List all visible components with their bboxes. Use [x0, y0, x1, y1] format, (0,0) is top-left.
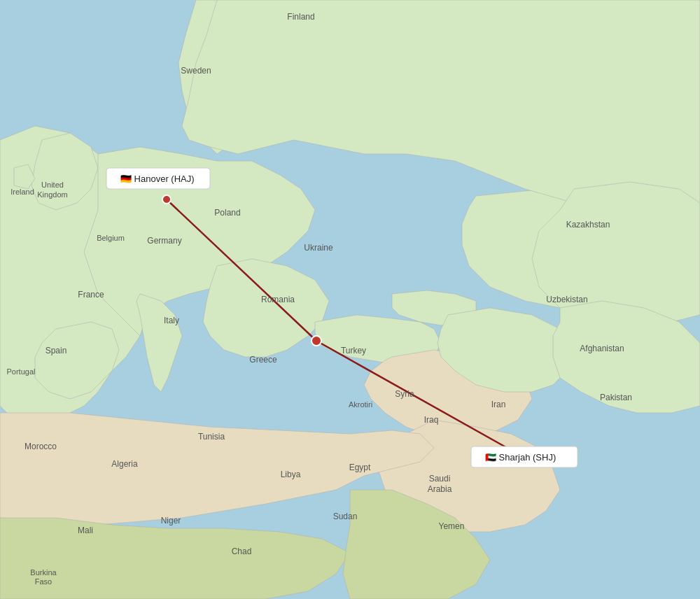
svg-text:Portugal: Portugal	[7, 367, 36, 376]
svg-point-25	[162, 195, 171, 204]
svg-text:Kazakhstan: Kazakhstan	[566, 220, 610, 230]
svg-text:🇩🇪 Hanover (HAJ): 🇩🇪 Hanover (HAJ)	[120, 173, 195, 185]
svg-text:Iran: Iran	[491, 400, 506, 409]
svg-text:Iraq: Iraq	[424, 415, 439, 425]
svg-text:Germany: Germany	[147, 236, 181, 246]
svg-text:Afghanistan: Afghanistan	[580, 344, 624, 353]
svg-text:Poland: Poland	[214, 208, 240, 218]
svg-text:United: United	[41, 181, 64, 189]
svg-text:Burkina: Burkina	[30, 568, 57, 577]
svg-point-24	[312, 336, 321, 346]
svg-text:Arabia: Arabia	[428, 484, 452, 494]
svg-text:Romania: Romania	[261, 295, 295, 304]
svg-text:Algeria: Algeria	[111, 459, 138, 469]
svg-text:🇦🇪 Sharjah (SHJ): 🇦🇪 Sharjah (SHJ)	[485, 451, 556, 463]
svg-text:Saudi: Saudi	[429, 474, 451, 484]
svg-text:France: France	[78, 290, 104, 300]
svg-text:Belgium: Belgium	[97, 234, 125, 242]
map-container: Finland Sweden United Kingdom Ireland Be…	[0, 0, 700, 599]
svg-text:Chad: Chad	[232, 547, 252, 556]
svg-text:Morocco: Morocco	[24, 442, 57, 451]
svg-text:Ukraine: Ukraine	[304, 243, 333, 253]
svg-text:Tunisia: Tunisia	[198, 432, 225, 442]
svg-text:Greece: Greece	[249, 355, 277, 365]
svg-text:Faso: Faso	[35, 577, 52, 586]
svg-text:Egypt: Egypt	[349, 463, 371, 472]
svg-text:Uzbekistan: Uzbekistan	[546, 295, 587, 304]
svg-text:Yemen: Yemen	[439, 521, 465, 531]
svg-text:Mali: Mali	[78, 526, 93, 535]
svg-text:Sudan: Sudan	[333, 512, 358, 521]
svg-text:Pakistan: Pakistan	[600, 393, 632, 402]
svg-text:Syria: Syria	[395, 389, 414, 399]
svg-text:Sweden: Sweden	[181, 66, 211, 76]
svg-text:Libya: Libya	[281, 470, 301, 479]
svg-text:Niger: Niger	[161, 516, 181, 526]
svg-text:Turkey: Turkey	[341, 346, 366, 355]
svg-text:Spain: Spain	[46, 346, 67, 355]
svg-text:Italy: Italy	[164, 316, 179, 325]
svg-text:Kingdom: Kingdom	[37, 190, 67, 199]
svg-text:Akrotiri: Akrotiri	[349, 400, 372, 409]
svg-text:Finland: Finland	[287, 12, 314, 22]
svg-text:Ireland: Ireland	[10, 188, 34, 196]
